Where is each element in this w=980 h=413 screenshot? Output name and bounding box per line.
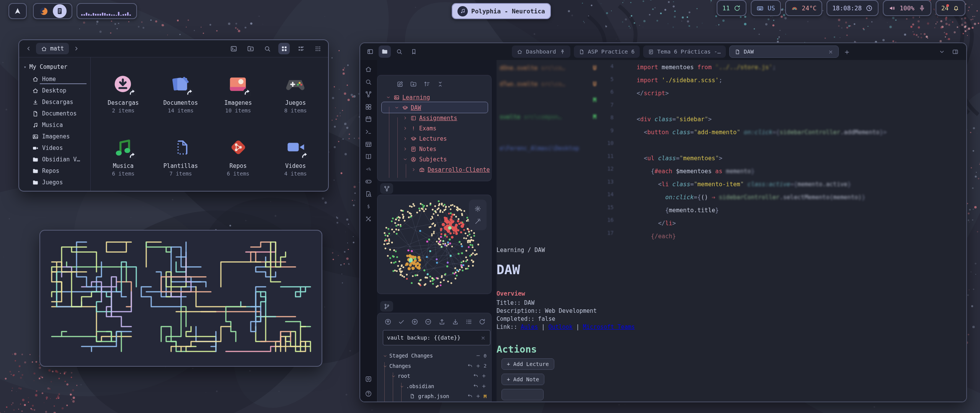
sidebar-item-desktop[interactable]: Desktop — [19, 85, 90, 96]
ribbon-gamepad-button[interactable] — [365, 177, 372, 185]
ribbon-dollar-button[interactable]: $ — [365, 203, 372, 210]
sidebar-item-videos[interactable]: Videos — [19, 142, 90, 154]
module-volume[interactable]: 100% — [883, 0, 931, 16]
git-row-root[interactable]: root — [383, 371, 487, 381]
wand-button[interactable] — [474, 218, 481, 225]
folder-button[interactable] — [379, 46, 391, 58]
sidebar-item-musica[interactable]: Musica — [19, 119, 90, 131]
firefox-icon[interactable] — [39, 6, 49, 16]
edit-button[interactable] — [397, 80, 403, 88]
sidebar-item-imagenes[interactable]: Imagenes — [19, 131, 90, 142]
sidebar-item-documentos[interactable]: Documentos — [19, 108, 90, 119]
ribbon-help-button[interactable] — [365, 390, 372, 397]
ribbon-calendar-button[interactable] — [365, 115, 372, 123]
tab-tema-6-pr-cticas-[interactable]: Tema 6 Prácticas -… — [643, 46, 726, 58]
launcher-button[interactable] — [8, 3, 27, 19]
obsidian-window[interactable]: DashboardASP Practice 6Tema 6 Prácticas … — [359, 42, 967, 402]
git-row-actions[interactable] — [473, 373, 487, 379]
sidebar-root[interactable]: ▾ My Computer — [19, 62, 90, 73]
chevron-down-icon[interactable] — [383, 353, 387, 359]
sidebar-right-button[interactable] — [952, 48, 959, 55]
search-button[interactable] — [261, 43, 273, 54]
tree-item-desarrollo-cliente[interactable]: Desarrollo-Cliente — [377, 164, 491, 175]
ribbon-home-button[interactable] — [365, 65, 372, 73]
breadcrumb[interactable]: matt — [36, 43, 69, 54]
git-row-actions[interactable]: M — [467, 393, 487, 399]
tree-item-learning[interactable]: Learning — [377, 92, 491, 102]
minus-circle-button[interactable] — [425, 318, 432, 325]
ribbon-table-button[interactable] — [365, 140, 372, 148]
folder-documentos[interactable]: Documentos14 items — [152, 63, 209, 126]
taskbar-apps[interactable] — [33, 3, 72, 19]
module-keyboard-layout[interactable]: US — [751, 0, 781, 16]
grid-view-button[interactable] — [278, 43, 290, 54]
sidebar-item-descargas[interactable]: Descargas — [19, 96, 90, 108]
tab-asp-practice-6[interactable]: ASP Practice 6 — [574, 46, 640, 58]
tab-daw[interactable]: DAW — [729, 46, 839, 58]
git-row-actions[interactable]: 0 — [475, 353, 487, 359]
document-app-icon[interactable] — [53, 4, 67, 18]
forward-button[interactable] — [71, 44, 81, 54]
ribbon-search-button[interactable] — [365, 78, 372, 86]
ribbon-file-search-button[interactable] — [365, 190, 372, 198]
git-row-actions[interactable]: 2 — [467, 363, 487, 369]
close-icon[interactable] — [828, 49, 833, 55]
chevron-down-icon[interactable] — [400, 383, 404, 389]
folder-musica[interactable]: Musica6 items — [95, 126, 152, 189]
module-notifications[interactable]: 24 — [936, 0, 965, 16]
module-weather[interactable]: 24°C — [785, 0, 823, 16]
list-view-button[interactable] — [295, 43, 307, 54]
tree-item-lectures[interactable]: Lectures — [377, 133, 491, 144]
plus-circle-button[interactable] — [411, 318, 418, 325]
ribbon-book-button[interactable] — [365, 153, 372, 160]
menu-grid-button[interactable] — [312, 43, 323, 54]
list-button[interactable] — [465, 318, 472, 325]
code-block[interactable]: import mementoes from '../../store.js';i… — [637, 61, 887, 243]
folder-imagenes[interactable]: Imagenes10 items — [209, 63, 267, 126]
folder-descargas[interactable]: Descargas2 items — [95, 63, 152, 126]
tree-item-daw[interactable]: DAW — [377, 102, 491, 113]
link-outlook[interactable]: Outlook — [548, 324, 572, 330]
now-playing[interactable]: Polyphia - Neurotica — [452, 3, 551, 19]
folder-plantillas[interactable]: Plantillas7 items — [152, 126, 209, 189]
tree-item-notes[interactable]: Notes — [377, 144, 491, 154]
chevron-down-button[interactable] — [939, 48, 945, 55]
ribbon-terminal-prompt-button[interactable] — [365, 128, 372, 135]
check-button[interactable] — [398, 318, 405, 325]
module-updates[interactable]: 11 — [717, 0, 746, 16]
sidebar-left-button[interactable] — [364, 46, 376, 58]
chevron-down-icon[interactable] — [391, 373, 396, 379]
graph-view-panel[interactable] — [377, 195, 492, 294]
gear-button[interactable] — [474, 205, 481, 213]
git-row-staged-changes[interactable]: Staged Changes0 — [383, 351, 487, 361]
git-row--obsidian[interactable]: .obsidian — [383, 381, 487, 392]
tree-item-subjects[interactable]: Subjects — [377, 154, 491, 164]
graph-panel-chip[interactable] — [380, 183, 393, 194]
module-clock[interactable]: 18:08:28 — [826, 0, 879, 16]
ribbon-vault-button[interactable] — [365, 375, 372, 383]
upload-button[interactable] — [438, 318, 446, 325]
sidebar-item-obsidianv[interactable]: Obsidian V… — [19, 154, 90, 165]
sidebar-item-juegos[interactable]: Juegos — [19, 177, 90, 188]
button--add-note[interactable]: + Add Note — [501, 374, 544, 385]
link-microsoft-teams[interactable]: Microsoft Teams — [583, 324, 635, 330]
tree-item-assignments[interactable]: Assignments — [377, 113, 491, 123]
file-manager-window[interactable]: matt ▾ My Computer HomeDesktopDescargasD… — [18, 39, 329, 192]
back-button[interactable] — [24, 44, 34, 54]
sidebar-item-repos[interactable]: Repos — [19, 165, 90, 177]
sidebar-item-cut[interactable] — [19, 188, 90, 191]
tab-dashboard[interactable]: Dashboard — [512, 46, 570, 58]
sidebar-item-home[interactable]: Home — [19, 73, 90, 85]
download-button[interactable] — [452, 318, 459, 325]
generative-art-window[interactable] — [39, 230, 322, 367]
link-aules[interactable]: Aules — [521, 324, 538, 330]
commit-message-input[interactable] — [383, 330, 490, 345]
git-panel-chip[interactable] — [380, 301, 393, 312]
refresh-button[interactable] — [479, 318, 486, 325]
search-button[interactable] — [393, 46, 405, 58]
bookmark-button[interactable] — [408, 46, 420, 58]
new-tab-button[interactable] — [842, 48, 850, 55]
ribbon-layout-grid-button[interactable] — [365, 103, 372, 111]
folder-juegos[interactable]: Juegos8 items — [267, 63, 324, 126]
git-row-learning-daw-exams[interactable]: Learning/DAW/Exams — [383, 402, 487, 403]
